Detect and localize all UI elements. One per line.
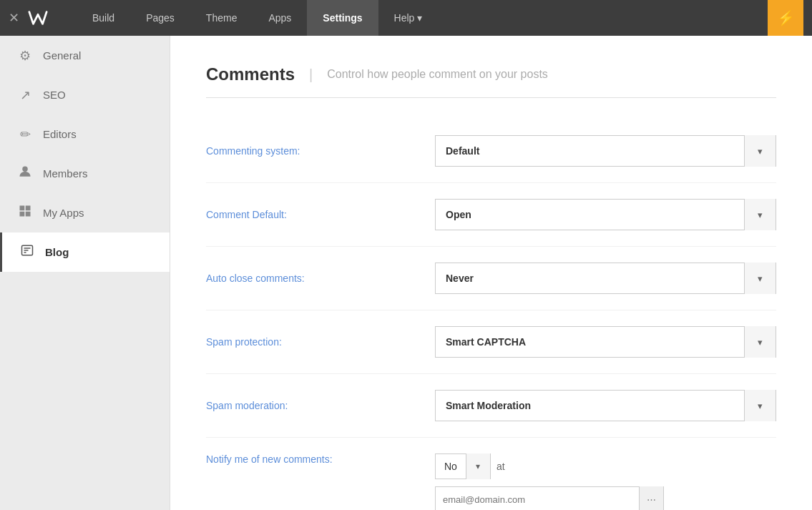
page-header: Comments | Control how people comment on… [206,64,776,98]
nav-build[interactable]: Build [77,0,130,36]
spam-moderation-label: Spam moderation: [206,400,414,411]
email-input-wrap: ⋯ [435,486,664,510]
sidebar-item-general[interactable]: ⚙ General [0,36,170,75]
svg-point-0 [22,167,28,172]
spam-protection-dropdown[interactable]: Smart CAPTCHA ▾ [435,326,776,358]
blog-icon [19,244,35,260]
svg-rect-1 [20,206,25,211]
sidebar-label-seo: SEO [43,89,66,101]
commenting-system-control: Default ▾ [435,135,776,167]
svg-rect-4 [26,212,31,217]
commenting-system-dropdown[interactable]: Default ▾ [435,135,776,167]
page-subtitle: Control how people comment on your posts [327,68,548,81]
top-nav: ✕ Build Pages Theme Apps Settings Help ▾… [0,0,812,36]
notify-at-text: at [497,461,505,472]
sidebar-item-myapps[interactable]: My Apps [0,193,170,232]
nav-settings[interactable]: Settings [307,0,378,36]
nav-help[interactable]: Help ▾ [378,0,439,36]
notify-top: No ▾ at [435,453,664,479]
sidebar-label-blog: Blog [45,246,69,258]
sidebar: ⚙ General ↗ SEO ✏ Editors Members [0,36,170,510]
sidebar-label-editors: Editors [43,128,77,140]
spam-moderation-row: Spam moderation: Smart Moderation ▾ [206,374,776,438]
notify-label: Notify me of new comments: [206,453,414,465]
page-title: Comments [206,64,295,84]
trending-icon: ↗ [17,87,33,103]
nav-apps[interactable]: Apps [253,0,307,36]
logo-icon [28,8,48,28]
auto-close-value: Never [436,273,744,284]
gear-icon: ⚙ [17,48,33,64]
settings-form: Commenting system: Default ▾ Comment Def… [206,119,776,510]
notify-dropdown[interactable]: No ▾ [435,453,491,479]
spam-protection-row: Spam protection: Smart CAPTCHA ▾ [206,310,776,374]
svg-rect-3 [20,212,25,217]
sidebar-label-members: Members [43,167,88,180]
header-separator: | [309,67,313,83]
comment-default-label: Comment Default: [206,209,414,220]
commenting-system-row: Commenting system: Default ▾ [206,119,776,183]
notify-value: No [436,461,466,472]
top-nav-items: Build Pages Theme Apps Settings Help ▾ [77,0,768,36]
commenting-system-label: Commenting system: [206,145,414,157]
spam-protection-arrow: ▾ [744,326,776,358]
comment-default-dropdown[interactable]: Open ▾ [435,199,776,230]
close-button[interactable]: ✕ [9,11,19,24]
comment-default-arrow: ▾ [744,199,776,230]
email-input[interactable] [436,494,639,505]
spam-moderation-control: Smart Moderation ▾ [435,390,776,421]
sidebar-label-general: General [43,49,81,62]
auto-close-arrow: ▾ [744,263,776,294]
spam-protection-value: Smart CAPTCHA [436,336,744,348]
upgrade-button[interactable]: ⚡ [768,0,803,36]
spam-moderation-arrow: ▾ [744,390,776,421]
person-icon [17,165,33,182]
comment-default-value: Open [436,209,744,220]
auto-close-dropdown[interactable]: Never ▾ [435,263,776,294]
auto-close-control: Never ▾ [435,263,776,294]
spam-moderation-dropdown[interactable]: Smart Moderation ▾ [435,390,776,421]
notify-controls: No ▾ at ⋯ [435,453,664,510]
edit-icon: ✏ [17,127,33,142]
main-content: Comments | Control how people comment on… [170,36,812,510]
sidebar-item-editors[interactable]: ✏ Editors [0,114,170,154]
svg-rect-2 [26,206,31,211]
sidebar-label-myapps: My Apps [43,207,84,219]
commenting-system-value: Default [436,145,744,157]
commenting-system-arrow: ▾ [744,135,776,167]
comment-default-row: Comment Default: Open ▾ [206,183,776,247]
nav-pages[interactable]: Pages [130,0,190,36]
layout: ⚙ General ↗ SEO ✏ Editors Members [0,36,812,510]
spam-protection-control: Smart CAPTCHA ▾ [435,326,776,358]
notify-arrow: ▾ [466,453,490,479]
spam-protection-label: Spam protection: [206,336,414,348]
sidebar-item-seo[interactable]: ↗ SEO [0,75,170,114]
auto-close-label: Auto close comments: [206,273,414,284]
notify-row: Notify me of new comments: No ▾ at ⋯ [206,438,776,510]
spam-moderation-value: Smart Moderation [436,400,744,411]
logo [28,8,48,28]
nav-theme[interactable]: Theme [190,0,253,36]
apps-icon [17,205,33,221]
sidebar-item-blog[interactable]: Blog [0,232,170,272]
email-icon[interactable]: ⋯ [639,486,663,510]
auto-close-row: Auto close comments: Never ▾ [206,247,776,310]
comment-default-control: Open ▾ [435,199,776,230]
sidebar-item-members[interactable]: Members [0,154,170,193]
